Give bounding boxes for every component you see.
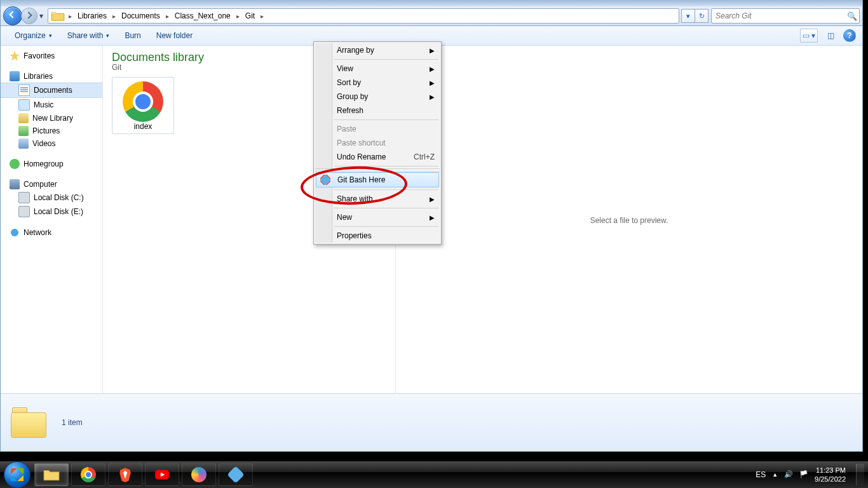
ctx-separator [334, 59, 438, 60]
nav-favorites[interactable]: Favorites [1, 50, 102, 62]
nav-new-library[interactable]: New Library [1, 112, 102, 125]
navigation-pane: Favorites Libraries Documents Music New … [1, 46, 103, 395]
breadcrumb-git[interactable]: Git [241, 9, 259, 23]
nav-network-label: Network [24, 228, 51, 237]
nav-pictures[interactable]: Pictures [1, 125, 102, 137]
disk-icon [18, 206, 30, 217]
nav-history-dropdown[interactable]: ▾ [37, 7, 45, 25]
search-input[interactable] [712, 11, 845, 20]
system-tray: ES ▲ 🔊 🏳️ 11:23 PM 9/25/2022 [756, 464, 864, 485]
tray-flag-icon[interactable]: 🏳️ [799, 470, 808, 479]
ctx-view[interactable]: View▶ [315, 62, 440, 76]
search-box[interactable]: 🔍 [711, 8, 860, 24]
tray-volume-icon[interactable]: 🔊 [784, 470, 793, 479]
ctx-label: Properties [337, 231, 372, 240]
nav-documents[interactable]: Documents [1, 83, 102, 98]
music-icon [18, 99, 30, 111]
explorer-window: ▾ ▸ Libraries ▸ Documents ▸ Class_Next_o… [0, 0, 863, 452]
submenu-arrow-icon: ▶ [430, 47, 435, 54]
tray-clock[interactable]: 11:23 PM 9/25/2022 [815, 466, 846, 484]
chevron-right-icon[interactable]: ▸ [259, 13, 265, 20]
nav-libraries[interactable]: Libraries [1, 70, 102, 83]
computer-icon [10, 179, 20, 189]
refresh-button[interactable]: ↻ [695, 9, 709, 23]
chevron-right-icon[interactable]: ▸ [165, 13, 170, 20]
address-bar[interactable]: ▸ Libraries ▸ Documents ▸ Class_Next_one… [48, 8, 679, 24]
back-button[interactable] [3, 6, 22, 25]
address-dropdown[interactable]: ▾ [681, 9, 695, 23]
ctx-label: Paste [337, 125, 356, 133]
help-button[interactable]: ? [843, 29, 856, 42]
ctx-label: Paste shortcut [337, 139, 386, 147]
explorer-icon [43, 466, 60, 483]
nav-favorites-label: Favorites [24, 51, 55, 60]
disk-icon [18, 192, 30, 203]
youtube-icon [154, 466, 170, 483]
taskbar-git[interactable] [219, 463, 253, 486]
library-subtitle: Git [112, 63, 204, 72]
tray-show-hidden-icon[interactable]: ▲ [772, 471, 778, 478]
breadcrumb-libraries[interactable]: Libraries [73, 9, 111, 23]
taskbar-app-round[interactable] [182, 463, 216, 486]
star-icon [10, 51, 20, 61]
nav-videos[interactable]: Videos [1, 137, 102, 150]
forward-button[interactable] [21, 8, 37, 24]
submenu-arrow-icon: ▶ [430, 79, 435, 86]
ctx-separator [334, 189, 438, 190]
nav-buttons: ▾ [3, 6, 45, 25]
chrome-icon [123, 81, 163, 122]
taskbar-chrome[interactable] [71, 463, 105, 486]
show-desktop-button[interactable] [856, 464, 864, 485]
taskbar-explorer[interactable] [34, 463, 69, 486]
submenu-arrow-icon: ▶ [430, 93, 435, 100]
chevron-right-icon[interactable]: ▸ [111, 13, 117, 20]
ctx-label: View [337, 64, 353, 73]
nav-item-label: Videos [32, 139, 55, 148]
git-app-icon [227, 466, 244, 483]
nav-item-label: Local Disk (C:) [34, 193, 84, 202]
nav-computer[interactable]: Computer [1, 178, 102, 191]
nav-music[interactable]: Music [1, 98, 102, 112]
address-tools: ▾ ↻ [682, 9, 709, 23]
file-item-index[interactable]: index [112, 77, 174, 134]
folder-icon [51, 10, 65, 22]
circle-app-icon [191, 467, 207, 482]
ctx-new[interactable]: New▶ [315, 210, 440, 224]
ctx-git-bash[interactable]: Git Bash Here [316, 172, 439, 187]
new-folder-button[interactable]: New folder [149, 26, 200, 45]
tray-language[interactable]: ES [756, 470, 766, 479]
breadcrumb-documents[interactable]: Documents [117, 9, 165, 23]
preview-pane-button[interactable]: ◫ [823, 29, 838, 43]
nav-disk-c[interactable]: Local Disk (C:) [1, 191, 102, 205]
start-button[interactable] [4, 461, 31, 488]
share-with-menu[interactable]: Share with [60, 26, 118, 45]
nav-network[interactable]: Network [1, 226, 102, 239]
burn-button[interactable]: Burn [117, 26, 148, 45]
ctx-properties[interactable]: Properties [315, 229, 440, 243]
context-menu: Arrange by▶ View▶ Sort by▶ Group by▶ Ref… [313, 41, 442, 245]
ctx-group-by[interactable]: Group by▶ [315, 90, 440, 104]
chevron-right-icon[interactable]: ▸ [67, 13, 73, 20]
ctx-refresh[interactable]: Refresh [315, 104, 440, 118]
nav-disk-e[interactable]: Local Disk (E:) [1, 205, 102, 219]
taskbar-youtube[interactable] [145, 463, 179, 486]
organize-menu[interactable]: Organize [7, 26, 60, 45]
ctx-sort-by[interactable]: Sort by▶ [315, 76, 440, 90]
taskbar-brave[interactable] [108, 463, 142, 486]
libraries-icon [10, 71, 20, 81]
nav-item-label: Music [34, 100, 53, 109]
submenu-arrow-icon: ▶ [430, 196, 435, 203]
ctx-share-with[interactable]: Share with▶ [315, 192, 440, 206]
ctx-undo-rename[interactable]: Undo RenameCtrl+Z [315, 150, 440, 164]
ctx-arrange-by[interactable]: Arrange by▶ [315, 43, 440, 57]
nav-item-label: Local Disk (E:) [34, 207, 83, 216]
view-mode-button[interactable]: ▭ ▾ [800, 29, 818, 43]
submenu-arrow-icon: ▶ [430, 65, 435, 72]
nav-homegroup[interactable]: Homegroup [1, 158, 102, 170]
chrome-icon [81, 467, 96, 482]
preview-placeholder: Select a file to preview. [590, 216, 668, 225]
chevron-right-icon[interactable]: ▸ [235, 13, 241, 20]
breadcrumb-class-next-one[interactable]: Class_Next_one [170, 9, 235, 23]
search-icon[interactable]: 🔍 [845, 11, 859, 21]
tray-time: 11:23 PM [815, 466, 846, 475]
